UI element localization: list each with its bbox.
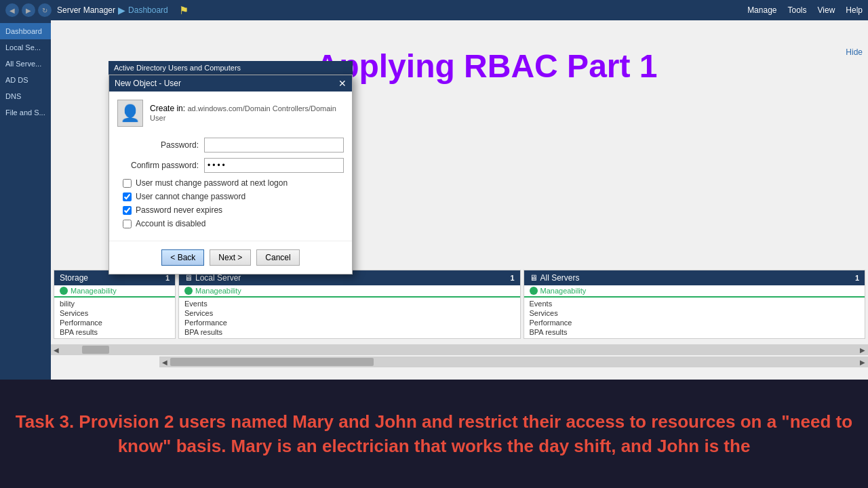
dialog-info: 👤 Create in: ad.windows.com/Domain Contr…: [117, 100, 344, 127]
local-server-icon: 🖥: [184, 273, 193, 283]
storage-item-2: Services: [60, 308, 170, 318]
breadcrumb-separator: ▶: [118, 5, 125, 16]
all-servers-items: Events Services Performance BPA results: [524, 298, 865, 338]
checkbox-label-3: Password never expires: [136, 205, 222, 215]
sidebar: Dashboard Local Se... All Serve... AD DS…: [0, 20, 51, 380]
create-in-label: Create in:: [150, 104, 185, 113]
manage-action[interactable]: Manage: [747, 5, 776, 15]
hide-button[interactable]: Hide: [846, 47, 863, 57]
local-item-2: Services: [184, 308, 515, 318]
back-button[interactable]: ◀: [5, 3, 19, 17]
back-button[interactable]: < Back: [161, 249, 204, 266]
password-input[interactable]: [204, 138, 344, 152]
dialog-body: 👤 Create in: ad.windows.com/Domain Contr…: [109, 92, 352, 241]
title-bar: ◀ ▶ ↻ Server Manager ▶ Dashboard ⚑ Manag…: [0, 0, 868, 20]
green-status-icon: [60, 287, 68, 295]
scroll-left-arrow-2[interactable]: ◀: [159, 357, 170, 367]
all-green-status-icon: [530, 287, 538, 295]
checkbox-password-never-expires[interactable]: [123, 206, 132, 215]
password-row: Password:: [117, 138, 344, 152]
all-item-4: BPA results: [530, 327, 860, 337]
next-button[interactable]: Next >: [210, 249, 251, 266]
create-in-info: Create in: ad.windows.com/Domain Control…: [150, 104, 344, 123]
main-area: Dashboard Local Se... All Serve... AD DS…: [0, 20, 868, 380]
page-name: Dashboard: [128, 5, 168, 15]
checkbox-label-4: Account is disabled: [136, 219, 205, 228]
confirm-password-input[interactable]: [204, 158, 344, 173]
local-item-1: Events: [184, 299, 515, 308]
storage-item-4: BPA results: [60, 327, 170, 337]
bottom-overlay: Task 3. Provision 2 users named Mary and…: [0, 380, 868, 488]
storage-panel: Storage 1 Manageability bility Services …: [54, 270, 176, 339]
scrollbar-thumb-2[interactable]: [170, 358, 374, 366]
nav-buttons[interactable]: ◀ ▶ ↻: [5, 3, 52, 17]
all-servers-panel-header: 🖥 All Servers 1: [524, 270, 865, 285]
scroll-right-arrow-2[interactable]: ▶: [857, 357, 868, 367]
flag-icon: ⚑: [179, 4, 189, 17]
user-avatar-icon: 👤: [117, 100, 143, 127]
local-green-status-icon: [184, 287, 193, 295]
local-server-manageability: Manageability: [179, 285, 520, 298]
cancel-button[interactable]: Cancel: [256, 249, 299, 266]
all-servers-manageability: Manageability: [524, 285, 865, 298]
storage-item-1: bility: [60, 299, 170, 308]
confirm-password-label: Confirm password:: [117, 161, 199, 170]
checkbox-row-3: Password never expires: [117, 205, 344, 215]
sidebar-item-file[interactable]: File and S...: [0, 104, 51, 121]
sidebar-item-ad-ds[interactable]: AD DS: [0, 72, 51, 88]
sidebar-item-dashboard[interactable]: Dashboard: [0, 23, 51, 39]
local-item-4: BPA results: [184, 327, 515, 337]
content-area: Applying RBAC Part 1 Name Site Descripti…: [51, 20, 868, 380]
dialog-close-button[interactable]: ✕: [338, 78, 347, 89]
dialog-titlebar: New Object - User ✕: [109, 75, 352, 92]
ad-window-title: Active Directory Users and Computers: [114, 64, 241, 72]
checkbox-row-1: User must change password at next logon: [117, 178, 344, 188]
checkbox-label-1: User must change password at next logon: [136, 178, 288, 188]
checkbox-row-2: User cannot change password: [117, 192, 344, 201]
checkbox-label-2: User cannot change password: [136, 192, 245, 201]
storage-items: bility Services Performance BPA results: [54, 298, 175, 338]
local-server-count: 1: [510, 274, 514, 282]
sidebar-item-all-servers[interactable]: All Serve...: [0, 56, 51, 72]
storage-item-3: Performance: [60, 318, 170, 327]
local-server-title: Local Server: [195, 273, 241, 283]
refresh-button[interactable]: ↻: [38, 3, 52, 17]
horizontal-scroll-2[interactable]: ◀ ▶: [159, 357, 868, 367]
all-item-2: Services: [530, 308, 860, 318]
horizontal-scroll-1[interactable]: ◀ ▶: [51, 344, 868, 355]
local-server-panel: 🖥 Local Server 1 Manageability Events Se…: [178, 270, 521, 339]
checkbox-row-4: Account is disabled: [117, 219, 344, 228]
checkbox-must-change-password[interactable]: [123, 179, 132, 188]
all-item-3: Performance: [530, 318, 860, 327]
server-panels-row: Storage 1 Manageability bility Services …: [51, 270, 868, 339]
title-bar-actions: Manage Tools View Help: [747, 5, 863, 15]
storage-title: Storage: [60, 273, 88, 283]
sidebar-item-local-server[interactable]: Local Se...: [0, 39, 51, 56]
storage-manageability: Manageability: [54, 285, 175, 298]
local-server-items: Events Services Performance BPA results: [179, 298, 520, 338]
ad-window-bar: Active Directory Users and Computers: [108, 61, 353, 75]
forward-button[interactable]: ▶: [22, 3, 35, 17]
checkbox-account-disabled[interactable]: [123, 220, 132, 228]
all-item-1: Events: [530, 299, 860, 308]
all-servers-count: 1: [855, 274, 859, 282]
tools-action[interactable]: Tools: [788, 5, 807, 15]
bottom-text: Task 3. Provision 2 users named Mary and…: [11, 409, 857, 459]
local-item-3: Performance: [184, 318, 515, 327]
scroll-left-arrow[interactable]: ◀: [51, 344, 62, 355]
dialog-title: New Object - User: [115, 79, 181, 88]
checkbox-cannot-change-password[interactable]: [123, 192, 132, 201]
all-servers-icon: 🖥: [530, 273, 538, 283]
password-label: Password:: [117, 140, 199, 150]
sidebar-item-dns[interactable]: DNS: [0, 88, 51, 104]
storage-count: 1: [165, 274, 170, 282]
scroll-right-arrow[interactable]: ▶: [857, 344, 868, 355]
breadcrumb: Server Manager ▶ Dashboard: [57, 5, 168, 16]
new-object-user-dialog: New Object - User ✕ 👤 Create in: ad.wind…: [108, 75, 353, 274]
view-action[interactable]: View: [818, 5, 835, 15]
dialog-footer: < Back Next > Cancel: [109, 241, 352, 274]
scrollbar-thumb-1[interactable]: [82, 346, 109, 354]
all-servers-title: All Servers: [540, 273, 580, 283]
help-action[interactable]: Help: [846, 5, 863, 15]
app-name: Server Manager: [57, 5, 115, 15]
